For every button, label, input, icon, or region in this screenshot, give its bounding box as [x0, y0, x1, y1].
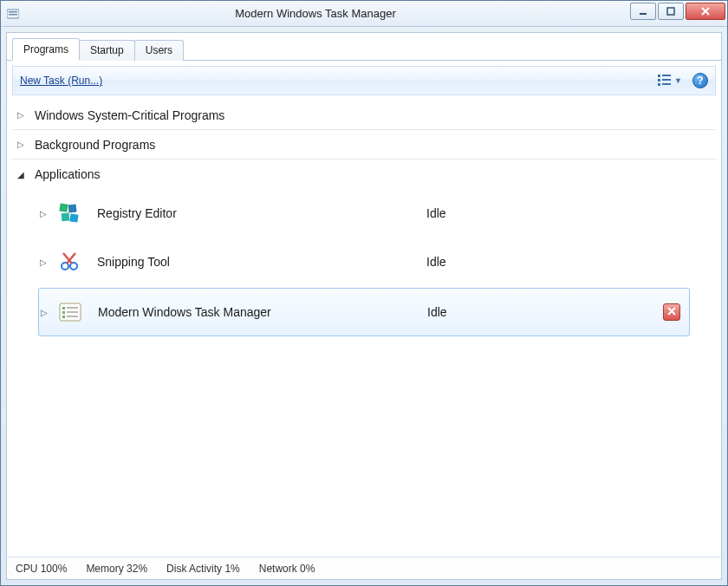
svg-rect-18	[62, 307, 65, 309]
chevron-down-icon: ◢	[17, 170, 29, 179]
group-background[interactable]: ▷ Background Programs	[12, 130, 716, 160]
status-disk: Disk Activity 1%	[166, 563, 240, 575]
svg-rect-5	[658, 75, 660, 77]
group-label: Applications	[35, 167, 101, 181]
svg-rect-1	[9, 11, 17, 13]
app-icon	[6, 7, 20, 21]
registry-editor-icon	[57, 201, 81, 225]
svg-rect-22	[62, 316, 65, 318]
app-name: Registry Editor	[97, 206, 426, 220]
app-item-registry-editor[interactable]: ▷ Registry Editor Idle	[12, 189, 716, 238]
svg-rect-23	[67, 316, 78, 317]
svg-rect-7	[658, 79, 660, 81]
svg-rect-12	[68, 204, 77, 212]
app-status: Idle	[427, 305, 447, 319]
svg-rect-9	[658, 83, 660, 86]
snipping-tool-icon	[57, 250, 81, 274]
group-system-critical[interactable]: ▷ Windows System-Critical Programs	[12, 101, 716, 130]
app-status: Idle	[426, 255, 446, 269]
maximize-button[interactable]	[658, 3, 684, 20]
chevron-right-icon: ▷	[17, 140, 29, 149]
list-view-icon	[658, 74, 672, 88]
minimize-button[interactable]	[630, 3, 656, 20]
window-controls	[630, 3, 725, 20]
chevron-right-icon: ▷	[40, 209, 52, 218]
new-task-link[interactable]: New Task (Run...)	[20, 75, 102, 87]
svg-rect-3	[640, 13, 647, 15]
tab-users[interactable]: Users	[134, 40, 184, 61]
app-item-task-manager[interactable]: ▷ Modern Windows Task Manager Idle	[38, 288, 690, 336]
client-area: Programs Startup Users New Task (Run...)	[6, 32, 722, 580]
svg-rect-6	[662, 75, 671, 76]
svg-rect-10	[662, 83, 671, 85]
tab-programs[interactable]: Programs	[12, 38, 80, 61]
status-network: Network 0%	[259, 563, 315, 575]
svg-rect-11	[59, 203, 68, 212]
chevron-right-icon: ▷	[17, 110, 29, 120]
help-button[interactable]: ?	[692, 73, 708, 88]
chevron-down-icon: ▼	[674, 76, 682, 85]
process-list: ▷ Windows System-Critical Programs ▷ Bac…	[7, 101, 721, 557]
status-memory: Memory 32%	[86, 563, 147, 575]
task-manager-icon	[58, 300, 82, 324]
group-label: Background Programs	[35, 138, 155, 152]
app-name: Modern Windows Task Manager	[98, 305, 427, 319]
tab-startup[interactable]: Startup	[79, 40, 135, 61]
chevron-right-icon: ▷	[41, 308, 53, 317]
statusbar: CPU 100% Memory 32% Disk Activity 1% Net…	[7, 557, 721, 579]
svg-rect-2	[9, 14, 17, 16]
end-task-button[interactable]	[663, 303, 680, 321]
window-title: Modern Windows Task Manager	[25, 7, 606, 20]
status-cpu: CPU 100%	[16, 563, 67, 575]
svg-rect-4	[667, 8, 674, 15]
app-status: Idle	[426, 206, 446, 220]
tabstrip: Programs Startup Users	[7, 33, 721, 61]
app-name: Snipping Tool	[97, 255, 426, 269]
svg-rect-14	[69, 214, 78, 223]
close-button[interactable]	[686, 3, 725, 20]
toolbar: New Task (Run...) ▼	[12, 66, 716, 95]
window-frame: Modern Windows Task Manager Programs Sta…	[0, 0, 728, 586]
chevron-right-icon: ▷	[40, 257, 52, 267]
view-options-button[interactable]: ▼	[654, 72, 686, 90]
group-applications[interactable]: ◢ Applications	[12, 160, 716, 189]
svg-rect-20	[62, 311, 65, 314]
svg-rect-8	[662, 79, 671, 81]
svg-rect-21	[67, 311, 78, 313]
app-item-snipping-tool[interactable]: ▷ Snipping Tool Idle	[12, 238, 716, 286]
titlebar[interactable]: Modern Windows Task Manager	[1, 1, 727, 27]
help-icon: ?	[697, 75, 703, 87]
group-label: Windows System-Critical Programs	[35, 108, 224, 122]
svg-rect-13	[62, 213, 70, 222]
close-icon	[667, 306, 676, 318]
svg-rect-19	[67, 307, 78, 309]
